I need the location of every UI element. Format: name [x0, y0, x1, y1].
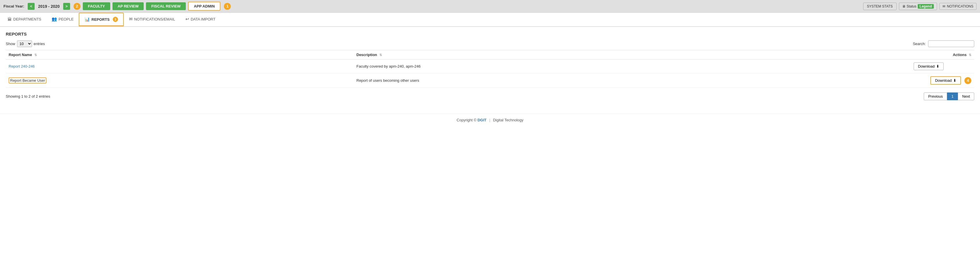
faculty-btn[interactable]: FACULTY: [83, 2, 110, 10]
nav-departments-label: DEPARTMENTS: [13, 17, 41, 21]
next-btn[interactable]: Next: [958, 93, 974, 100]
download-icon-2: ⬇: [953, 78, 956, 83]
show-label: Show: [6, 42, 15, 46]
report-240-246-link[interactable]: Report 240-246: [9, 64, 35, 69]
notif-label: NOTIFICATIONS: [947, 4, 974, 8]
page-1-btn[interactable]: 1: [947, 93, 958, 100]
table-row: Report 240-246 Faculty covered by apm-24…: [6, 59, 974, 74]
nav-data-import[interactable]: ↩ DATA IMPORT: [180, 13, 221, 26]
main-content: REPORTS Show 10 25 50 100 entries Search…: [0, 27, 980, 105]
badge-3: 3: [113, 17, 118, 22]
download-btn-2[interactable]: Download ⬇: [931, 76, 961, 85]
col-report-name: Report Name ⇅: [6, 50, 354, 59]
report-actions-cell-2: Download ⬇ 4: [911, 74, 974, 88]
top-bar: Fiscal Year: < 2019 - 2020 > 2 FACULTY A…: [0, 0, 980, 13]
report-name-cell: Report 240-246: [6, 59, 354, 74]
departments-icon: 🏛: [8, 17, 12, 22]
section-title: REPORTS: [6, 32, 974, 37]
notif-icon: ✉: [942, 4, 945, 8]
notifications-btn[interactable]: ✉ NOTIFICATIONS: [939, 3, 977, 10]
badge-2: 2: [73, 3, 81, 10]
status-monitor-icon: 🖥: [902, 4, 905, 8]
ap-review-btn[interactable]: AP REVIEW: [113, 2, 144, 10]
status-label: Status: [907, 4, 916, 8]
brand-name: DGIT: [477, 118, 487, 122]
col-actions: Actions ⇅: [911, 50, 974, 59]
report-became-user-link[interactable]: Report Became User: [9, 77, 46, 83]
table-footer: Showing 1 to 2 of 2 entries Previous 1 N…: [6, 93, 974, 100]
nav-people[interactable]: 👥 PEOPLE: [46, 13, 79, 26]
fiscal-review-btn[interactable]: FISCAL REVIEW: [146, 2, 186, 10]
status-area: 🖥 Status Legend: [899, 3, 937, 10]
search-label: Search:: [913, 42, 926, 46]
search-area: Search:: [913, 40, 974, 47]
entries-label: entries: [34, 42, 45, 46]
legend-badge: Legend: [918, 4, 934, 9]
entries-select[interactable]: 10 25 50 100: [17, 40, 32, 47]
report-description-cell: Faculty covered by apm-240, apm-246: [354, 59, 911, 74]
fiscal-year-label: Fiscal Year:: [3, 4, 24, 8]
previous-btn[interactable]: Previous: [924, 93, 947, 100]
footer-tagline: Digital Technology: [493, 118, 523, 122]
nav-notifications-label: NOTIFICATIONS/EMAIL: [134, 17, 175, 21]
col-description: Description ⇅: [354, 50, 911, 59]
pagination: Previous 1 Next: [924, 93, 974, 100]
sub-nav: 🏛 DEPARTMENTS 👥 PEOPLE 📊 REPORTS 3 ✉ NOT…: [0, 13, 980, 27]
download-btn-1[interactable]: Download ⬇: [914, 62, 943, 70]
system-stats-btn[interactable]: SYSTEM STATS: [863, 3, 897, 10]
fiscal-next-btn[interactable]: >: [63, 3, 70, 10]
sort-icon-desc: ⇅: [379, 53, 382, 57]
report-actions-cell: Download ⬇: [911, 59, 974, 74]
reports-icon: 📊: [84, 17, 90, 22]
report-description-cell-2: Report of users becoming other users: [354, 74, 911, 88]
nav-reports-label: REPORTS: [91, 17, 110, 22]
copyright-text: Copyright ©: [457, 118, 477, 122]
reports-table: Report Name ⇅ Description ⇅ Actions ⇅ Re…: [6, 50, 974, 88]
table-controls: Show 10 25 50 100 entries Search:: [6, 40, 974, 47]
download-icon-1: ⬇: [936, 64, 939, 69]
fiscal-prev-btn[interactable]: <: [28, 3, 35, 10]
fiscal-year-value: 2019 - 2020: [38, 4, 60, 9]
sort-icon-name: ⇅: [34, 53, 37, 57]
nav-reports[interactable]: 📊 REPORTS 3: [79, 13, 124, 26]
show-entries: Show 10 25 50 100 entries: [6, 40, 45, 47]
table-header-row: Report Name ⇅ Description ⇅ Actions ⇅: [6, 50, 974, 59]
notif-email-icon: ✉: [129, 16, 133, 22]
nav-departments[interactable]: 🏛 DEPARTMENTS: [2, 13, 46, 26]
sort-icon-actions: ⇅: [969, 53, 971, 57]
badge-1: 1: [224, 3, 231, 10]
badge-4: 4: [964, 77, 971, 84]
people-icon: 👥: [52, 16, 57, 22]
report-name-cell-2: Report Became User: [6, 74, 354, 88]
showing-text: Showing 1 to 2 of 2 entries: [6, 94, 50, 99]
download-label-2: Download: [935, 78, 952, 83]
footer-divider: |: [489, 118, 490, 122]
nav-notifications[interactable]: ✉ NOTIFICATIONS/EMAIL: [124, 13, 180, 26]
nav-people-label: PEOPLE: [59, 17, 73, 21]
site-footer: Copyright © DGIT | Digital Technology: [0, 114, 980, 126]
app-admin-btn[interactable]: APP ADMIN: [188, 2, 220, 11]
nav-data-import-label: DATA IMPORT: [191, 17, 215, 21]
data-import-icon: ↩: [186, 16, 189, 22]
search-input[interactable]: [928, 40, 974, 47]
download-label-1: Download: [918, 64, 935, 69]
table-row: Report Became User Report of users becom…: [6, 74, 974, 88]
